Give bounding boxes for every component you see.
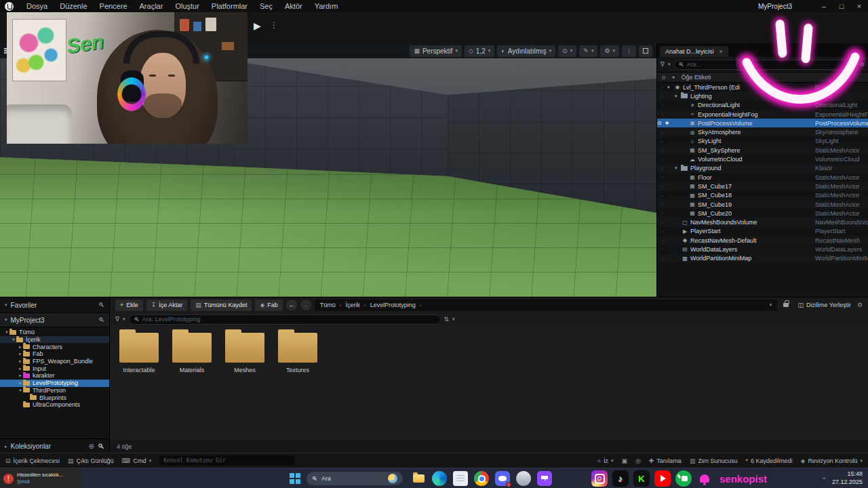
outliner-row[interactable]: ▪☀DirectionalLightDirectionalLight	[657, 101, 868, 110]
taskbar-app-edge[interactable]	[432, 471, 447, 486]
path-dropdown-icon[interactable]: ▾	[770, 302, 772, 308]
sidebar-item-ultracomponents[interactable]: UltraComponents	[0, 401, 109, 409]
menu-düzenle[interactable]: Düzenle	[54, 0, 93, 12]
outliner-row[interactable]: ▪▦SM_Cube19StaticMeshActor	[657, 200, 868, 209]
expander-icon[interactable]: ▸	[18, 359, 23, 364]
expander-icon[interactable]: ▸	[18, 373, 23, 378]
expander-icon[interactable]: ▾	[18, 388, 23, 393]
camera-speed-dropdown[interactable]: ◇ 1,2 ▾	[465, 45, 494, 57]
asset-folder-interactable[interactable]: Interactable	[115, 333, 163, 373]
outliner-tab[interactable]: Anahat D...leyicisi ×	[660, 46, 728, 57]
filter-icon[interactable]: ∇	[660, 61, 665, 68]
menu-dosya[interactable]: Dosya	[20, 0, 54, 12]
show-flags-dropdown[interactable]: ⊙▾	[558, 45, 576, 57]
sidebar-item-karakter[interactable]: ▸karakter	[0, 372, 109, 380]
outliner-row[interactable]: ▪▾◉Lvl_ThirdPerson (EdiDünya	[657, 83, 868, 92]
content-drawer-button[interactable]: ⊟İçerik Çekmecesi	[5, 458, 60, 464]
outliner-row[interactable]: ▪▢NavMeshBoundsVolumeNavMeshBoundsVolume	[657, 218, 868, 226]
add-collection-icon[interactable]: ⊕	[89, 443, 94, 450]
unreal-logo-icon[interactable]	[5, 2, 14, 11]
search-icon[interactable]: 🔍︎	[98, 302, 104, 308]
menu-araçlar[interactable]: Araçlar	[134, 0, 170, 12]
expander-icon[interactable]: ▾	[11, 337, 16, 342]
outliner-row[interactable]: ▪▾LightingKlasör	[657, 92, 868, 100]
dock-in-layout-button[interactable]: ◫ Dizilime Yerleştir	[795, 302, 854, 308]
start-button[interactable]	[290, 473, 300, 484]
outliner-row[interactable]: ▪≈ExponentialHeightFogExponentialHeightF…	[657, 110, 868, 119]
close-button[interactable]: ×	[850, 0, 868, 12]
maximize-viewport-button[interactable]	[639, 45, 652, 57]
expander-icon[interactable]: ▸	[18, 344, 23, 350]
back-button[interactable]: ←	[286, 300, 297, 310]
favorites-header[interactable]: ▾ Favoriler 🔍︎	[0, 298, 109, 312]
outliner-settings-icon[interactable]: ⚙	[860, 62, 865, 68]
expander-icon[interactable]: ▾	[675, 165, 681, 171]
outliner-search-input[interactable]: 🔍︎	[674, 60, 849, 70]
sidebar-item-tümü[interactable]: ▾Tümü	[0, 329, 109, 336]
screenshot-button[interactable]: ▣	[621, 458, 627, 464]
search-icon[interactable]: 🔍︎	[98, 317, 104, 323]
chevron-down-icon[interactable]: ▾	[452, 317, 455, 322]
lock-icon[interactable]	[783, 303, 789, 307]
viewmode-dropdown[interactable]: ◐ Aydınlatılmış ▾	[497, 45, 555, 57]
fab-button[interactable]: ◈Fab	[255, 300, 282, 311]
filter-icon[interactable]: ∇	[115, 316, 119, 323]
cmd-dropdown[interactable]: ⌨Cmd▾	[122, 458, 152, 464]
editor-modes-dropdown[interactable]: ✎▾	[579, 45, 597, 57]
outliner-row[interactable]: ▪▾PlaygroundKlasör	[657, 164, 868, 173]
outliner-row[interactable]: ▪▦FloorStaticMeshActor	[657, 173, 868, 182]
add-button[interactable]: +Ekle	[115, 300, 143, 311]
sidebar-item-fab[interactable]: ▸Fab	[0, 350, 109, 358]
sort-icon[interactable]: ⇅	[444, 316, 450, 323]
sidebar-item-levelprototyping[interactable]: ▸LevelPrototyping	[0, 380, 109, 387]
sidebar-item-thirdperson[interactable]: ▾ThirdPerson	[0, 387, 109, 394]
viewport-more-button[interactable]: ⋮	[622, 45, 636, 57]
zen-server-button[interactable]: ▥Zen Sunucusu	[690, 458, 738, 464]
menu-seç[interactable]: Seç	[254, 0, 279, 12]
forward-button[interactable]: →	[300, 300, 311, 310]
outliner-column-header[interactable]: ⊙ ✦ Öğe Etiketi	[657, 72, 868, 83]
taskbar-app-twitch[interactable]	[537, 471, 552, 486]
output-log-button[interactable]: ▤Çıktı Günlüğü	[68, 458, 114, 464]
insights-button[interactable]: ◎	[635, 458, 641, 464]
sidebar-item-characters[interactable]: ▸Characters	[0, 343, 109, 350]
menu-aktör[interactable]: Aktör	[279, 0, 309, 12]
outliner-row[interactable]: ▪▦SM_Cube18StaticMeshActor	[657, 191, 868, 200]
outliner-row[interactable]: ▪▦SM_Cube17StaticMeshActor	[657, 182, 868, 190]
outliner-row[interactable]: ▪▦SM_SkySphereStaticMeshActor	[657, 146, 868, 155]
expander-icon[interactable]: ▸	[18, 380, 23, 386]
expander-icon[interactable]: ▸	[18, 351, 23, 357]
taskbar-search[interactable]: 🔍︎ Ara	[307, 472, 403, 485]
diagnostics-button[interactable]: ✚Tanılama	[649, 458, 682, 464]
asset-folder-materials[interactable]: Materials	[168, 333, 216, 373]
expander-icon[interactable]: ▸	[18, 366, 23, 371]
menu-platformlar[interactable]: Platformlar	[205, 0, 254, 12]
unsaved-button[interactable]: *6 Kaydedilmedi	[745, 458, 792, 464]
viewport-settings-dropdown[interactable]: ⚙▾	[600, 45, 619, 57]
outliner-row[interactable]: ▪▶PlayerStartPlayerStart	[657, 227, 868, 236]
sidebar-item-blueprints[interactable]: Blueprints	[0, 394, 109, 401]
taskbar-app-chrome[interactable]	[474, 471, 489, 486]
content-browser-settings-icon[interactable]: ⚙	[857, 302, 863, 308]
collections-footer[interactable]: ▸ Koleksiyonlar ⊕ 🔍︎	[0, 439, 109, 453]
sidebar-item-input[interactable]: ▸Input	[0, 365, 109, 372]
outliner-row[interactable]: ▪☁VolumetricCloudVolumetricCloud	[657, 155, 868, 163]
menu-oluştur[interactable]: Oluştur	[169, 0, 205, 12]
menu-yardım[interactable]: Yardım	[309, 0, 344, 12]
tray-expand-icon[interactable]: ^	[823, 476, 825, 482]
taskbar-clock[interactable]: 15:48 27.12.2025	[832, 470, 863, 486]
chevron-down-icon[interactable]: ▾	[668, 62, 671, 67]
asset-folder-textures[interactable]: Textures	[274, 333, 321, 373]
visibility-and-pin-icons[interactable]: ⊙ ★	[657, 120, 667, 126]
outliner-row[interactable]: ⊙ ★▣PostProcessVolumePostProcessVolume	[657, 119, 868, 127]
outliner-row[interactable]: ▪◆RecastNavMesh-DefaultRecastNavMesh	[657, 236, 868, 245]
breadcrumb-levelprototyping[interactable]: LevelPrototyping	[370, 302, 416, 308]
sidebar-item-fps_weapon_bundle[interactable]: ▸FPS_Weapon_Bundle	[0, 358, 109, 365]
revision-control-button[interactable]: ◈Revizyon Kontrolü▾	[801, 458, 863, 464]
expander-icon[interactable]: ▾	[675, 94, 681, 99]
breadcrumb-tümü[interactable]: Tümü	[320, 302, 336, 308]
project-header[interactable]: ▾ MyProject3 🔍︎	[0, 312, 109, 327]
taskbar-app-notepad[interactable]	[453, 471, 468, 486]
close-icon[interactable]: ×	[719, 48, 723, 55]
content-search-input[interactable]: 🔍︎	[129, 314, 441, 325]
